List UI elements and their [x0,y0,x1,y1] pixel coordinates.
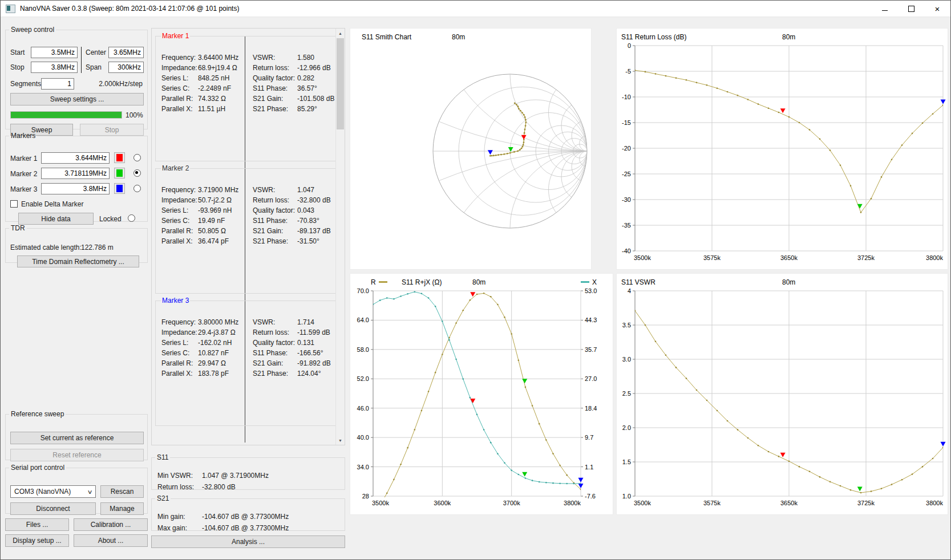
s21-summary-group: S21 Min gain: -104.607 dB @ 3.77300MHz M… [151,494,345,531]
marker-1-frequency-input[interactable] [41,152,110,164]
locked-radio[interactable] [128,214,135,222]
serial-port-select[interactable]: COM3 (NanoVNA) ∨ [10,485,96,498]
rjx-band-label: 80m [472,278,485,286]
reference-sweep-legend: Reference sweep [9,410,66,418]
marker-field-label: Series C: [161,217,189,225]
return-loss-label: Return loss: [157,483,194,491]
files-button[interactable]: Files ... [5,518,69,531]
markers-legend: Markers [9,132,37,140]
marker-field-value: 0.282 [297,74,314,82]
marker-1-select-radio[interactable] [133,154,141,161]
marker-field-label: S21 Gain: [253,227,283,235]
marker-1-label: Marker 1 [10,155,37,163]
segments-input[interactable] [41,78,74,90]
svg-text:35.7: 35.7 [585,346,597,353]
marker-field-value: 50.7-j2.2 Ω [198,196,232,204]
serial-port-group: Serial port control COM3 (NanoVNA) ∨ Res… [5,464,148,514]
svg-text:40.0: 40.0 [357,434,369,441]
marker-field-value: -93.969 nH [198,206,232,214]
calibration-button[interactable]: Calibration ... [74,518,148,531]
r-plus-jx-chart[interactable]: 70.053.064.044.358.035.752.027.046.018.4… [350,274,614,516]
marker-3-color-swatch[interactable] [114,183,125,194]
display-setup-button[interactable]: Display setup ... [5,534,69,547]
app-icon [6,5,15,13]
maximize-button[interactable] [898,1,924,17]
marker-3-info-title: Marker 3 [161,297,190,305]
center-input[interactable] [108,47,144,58]
rescan-button[interactable]: Rescan [100,485,144,498]
marker-field-value: 29.947 Ω [198,359,226,367]
return-loss-chart[interactable]: 0-5-10-15-20-25-30-35-403500k3575k3650k3… [617,29,949,270]
set-reference-button[interactable]: Set current as reference [10,432,144,444]
marker-field-value: 68.9+j19.4 Ω [198,64,237,72]
marker-field-label: Series L: [161,206,188,214]
svg-text:3650k: 3650k [780,254,798,261]
max-gain-value: -104.607 dB @ 3.77300MHz [202,524,289,532]
svg-text:46.0: 46.0 [357,405,369,412]
start-input[interactable] [31,47,78,58]
s11-summary-legend: S11 [155,453,170,461]
span-input[interactable] [108,62,144,73]
stop-input[interactable] [31,62,78,73]
marker-field-label: Impedance: [161,196,197,204]
marker-field-label: Return loss: [253,328,289,336]
scrollbar-thumb[interactable] [337,38,344,129]
return-loss-chart-panel[interactable]: 0-5-10-15-20-25-30-35-403500k3575k3650k3… [616,28,948,270]
marker-field-label: Return loss: [253,64,289,72]
svg-text:52.0: 52.0 [357,375,369,382]
hide-data-button[interactable]: Hide data [18,213,94,225]
disconnect-button[interactable]: Disconnect [10,502,96,515]
close-icon: × [935,5,940,13]
vswr-chart[interactable]: 43.53.02.52.01.51.03500k3575k3650k3725k3… [617,274,949,516]
marker-field-value: 848.25 nH [198,74,229,82]
sweep-settings-button[interactable]: Sweep settings ... [10,93,144,105]
rjx-legend-r-label: R [371,278,376,286]
span-label: Span [86,63,102,71]
marker-2-frequency-input[interactable] [41,168,110,179]
marker-2-select-radio[interactable] [133,169,141,177]
close-button[interactable]: × [924,1,950,17]
marker-3-frequency-input[interactable] [41,183,110,194]
about-button[interactable]: About ... [74,534,148,547]
marker-field-value: 3.71900 MHz [198,186,238,194]
svg-text:4: 4 [628,287,631,294]
svg-text:3800k: 3800k [926,500,943,506]
smith-chart[interactable] [350,29,592,270]
marker-field-value: 183.78 pF [198,370,229,378]
marker-2-label: Marker 2 [10,170,37,178]
smith-chart-panel[interactable]: S11 Smith Chart 80m [350,28,592,270]
scroll-down-icon[interactable]: ▼ [336,436,345,445]
marker-field-label: Parallel X: [161,237,193,245]
svg-text:3.5: 3.5 [622,322,631,328]
minimize-button[interactable] [872,1,898,17]
marker-field-value: 10.827 nF [198,349,229,357]
marker-3-select-radio[interactable] [133,185,141,192]
serial-port-legend: Serial port control [9,464,66,472]
sweep-progress-bar [10,111,122,119]
marker-field-label: Series C: [161,349,189,357]
reset-reference-button[interactable]: Reset reference [10,449,144,461]
return-loss-value: -32.800 dB [202,483,236,491]
marker-field-label: Frequency: [161,54,196,62]
marker-field-label: Parallel R: [161,95,193,103]
marker-1-color-swatch[interactable] [114,152,125,163]
manage-button[interactable]: Manage [100,502,144,515]
enable-delta-marker-checkbox[interactable] [10,200,18,208]
svg-text:3725k: 3725k [857,500,875,506]
marker-panel-scrollbar[interactable]: ▲ ▼ [335,29,345,445]
svg-text:-15: -15 [622,119,631,126]
vswr-chart-panel[interactable]: 43.53.02.52.01.51.03500k3575k3650k3725k3… [616,273,948,515]
analysis-button[interactable]: Analysis ... [151,535,345,548]
rjx-legend-r-dash [379,281,387,283]
scroll-up-icon[interactable]: ▲ [336,29,345,38]
svg-text:1.0: 1.0 [622,493,631,500]
marker-field-label: S11 Phase: [253,84,288,92]
cable-length-label: Estimated cable length: [10,244,82,251]
marker-3-label: Marker 3 [10,185,37,193]
marker-2-color-swatch[interactable] [114,168,125,178]
marker-field-value: 3.64400 MHz [198,54,238,62]
s11-summary-group: S11 Min VSWR: 1.047 @ 3.71900MHz Return … [151,453,345,490]
tdr-button[interactable]: Time Domain Reflectometry ... [17,255,139,267]
marker-field-label: Series C: [161,84,189,92]
rjx-chart-panel[interactable]: 70.053.064.044.358.035.752.027.046.018.4… [350,273,613,515]
